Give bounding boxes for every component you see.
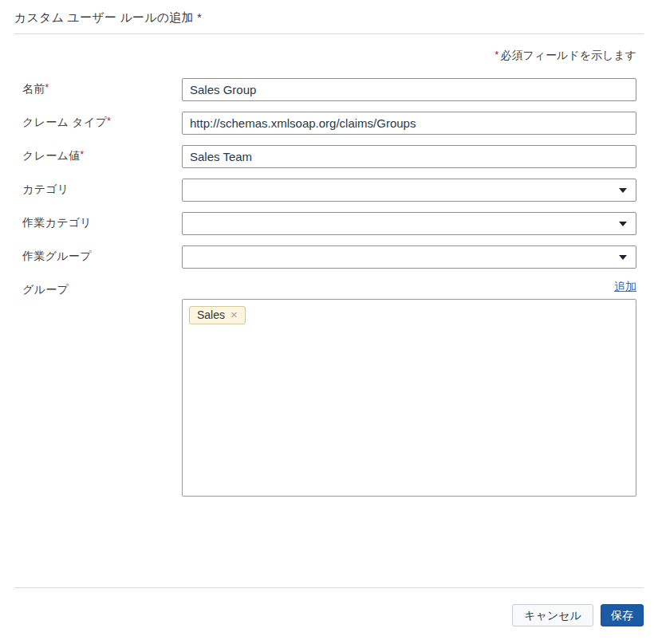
claim-value-input[interactable] <box>182 145 636 168</box>
cancel-button[interactable]: キャンセル <box>512 604 593 626</box>
category-row: カテゴリ <box>14 179 644 202</box>
chevron-down-icon <box>619 188 627 193</box>
page-title: カスタム ユーザー ルールの追加 * <box>14 10 644 26</box>
save-button[interactable]: 保存 <box>601 604 644 626</box>
name-input[interactable] <box>182 78 636 101</box>
work-group-row: 作業グループ <box>14 245 644 269</box>
header-divider <box>14 33 644 34</box>
required-asterisk: * <box>494 49 498 61</box>
add-group-link[interactable]: 追加 <box>614 280 636 293</box>
groups-row: グループ 追加 Sales× <box>14 279 644 497</box>
category-select[interactable] <box>182 179 636 202</box>
claim-type-label: クレーム タイプ* <box>14 112 182 130</box>
add-custom-user-rule-dialog: カスタム ユーザー ルールの追加 * *必須フィールドを示します 名前* クレー… <box>0 0 658 626</box>
claim-type-row: クレーム タイプ* <box>14 112 644 135</box>
work-group-select[interactable] <box>182 245 636 269</box>
close-icon[interactable]: × <box>230 309 238 320</box>
groups-label: グループ <box>14 279 182 297</box>
claim-value-row: クレーム値* <box>14 145 644 168</box>
work-category-select[interactable] <box>182 212 636 235</box>
work-category-row: 作業カテゴリ <box>14 212 644 235</box>
category-label: カテゴリ <box>14 179 182 197</box>
groups-box[interactable]: Sales× <box>182 299 636 497</box>
name-row: 名前* <box>14 78 644 101</box>
group-tag: Sales× <box>189 306 246 324</box>
chevron-down-icon <box>619 222 627 226</box>
required-asterisk: * <box>45 82 49 93</box>
required-note-text: 必須フィールドを示します <box>500 49 636 61</box>
chevron-down-icon <box>619 255 627 260</box>
work-group-label: 作業グループ <box>14 245 182 264</box>
required-asterisk: * <box>107 116 111 127</box>
work-category-label: 作業カテゴリ <box>14 212 182 230</box>
footer-divider <box>14 587 644 588</box>
required-fields-note: *必須フィールドを示します <box>14 47 636 63</box>
group-tag-label: Sales <box>197 308 225 321</box>
claim-type-input[interactable] <box>182 112 636 135</box>
dialog-footer: キャンセル 保存 <box>14 604 644 626</box>
claim-value-label: クレーム値* <box>14 145 182 163</box>
required-asterisk: * <box>80 149 84 160</box>
name-label: 名前* <box>14 78 182 96</box>
